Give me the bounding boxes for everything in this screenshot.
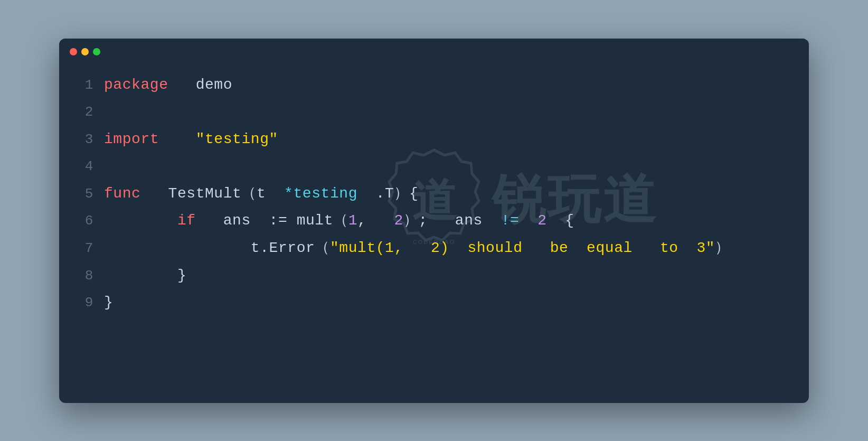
keyword-func: func — [104, 185, 140, 202]
line-number-9: 9 — [80, 291, 104, 314]
code-text: TestMult（t — [140, 185, 284, 202]
code-line-2: 2 — [80, 99, 788, 125]
code-asterisk: * — [284, 185, 293, 202]
number-2a: 2 — [394, 212, 403, 229]
minimize-button[interactable] — [81, 48, 89, 55]
keyword-package: package — [104, 77, 168, 93]
code-brace-close: } — [177, 267, 186, 284]
line-number-2: 2 — [80, 100, 104, 124]
code-brace-close-outer: } — [104, 294, 113, 311]
code-line-1: 1 package demo — [80, 72, 788, 98]
line-number-8: 8 — [80, 264, 104, 287]
string-testing: "testing" — [196, 131, 278, 147]
number-1: 1 — [348, 212, 357, 229]
line-content-1: package demo — [104, 72, 232, 98]
code-editor-window: 1 package demo 2 3 import "testing" 4 5 … — [59, 39, 809, 403]
line-content-7: t.Error（"mult(1, 2) should be equal to 3… — [104, 236, 730, 261]
code-line-5: 5 func TestMult（t *testing .T）{ — [80, 181, 788, 207]
code-dot: .Error（ — [260, 240, 330, 256]
line-content-6: if ans := mult（1, 2）; ans != 2 { — [104, 208, 574, 233]
maximize-button[interactable] — [93, 48, 100, 55]
code-testing: testing — [293, 185, 357, 202]
code-line-9: 9 } — [80, 290, 788, 315]
code-t: t — [251, 240, 260, 256]
code-text: ）; ans — [403, 212, 501, 229]
code-line-6: 6 if ans := mult（1, 2）; ans != 2 { — [80, 208, 788, 233]
keyword-import: import — [104, 131, 159, 147]
line-content-4 — [104, 154, 113, 179]
code-line-8: 8 } — [80, 263, 788, 288]
number-2b: 2 — [537, 212, 546, 229]
line-content-2 — [104, 99, 113, 125]
line-content-8: } — [104, 263, 186, 288]
code-text: ans := mult（ — [196, 212, 348, 229]
line-number-1: 1 — [80, 73, 104, 97]
line-number-7: 7 — [80, 237, 104, 260]
line-content-3: import "testing" — [104, 127, 278, 152]
line-number-3: 3 — [80, 128, 104, 151]
code-text — [159, 131, 195, 147]
code-text — [519, 212, 537, 229]
code-line-3: 3 import "testing" — [80, 127, 788, 152]
line-content-5: func TestMult（t *testing .T）{ — [104, 181, 418, 207]
code-line-4: 4 — [80, 154, 788, 179]
code-text: demo — [168, 77, 233, 93]
line-number-5: 5 — [80, 182, 104, 205]
op-neq: != — [501, 212, 520, 229]
code-paren: ） — [715, 240, 730, 256]
line-number-6: 6 — [80, 209, 104, 232]
code-area: 1 package demo 2 3 import "testing" 4 5 … — [59, 62, 809, 339]
line-content-9: } — [104, 290, 113, 315]
close-button[interactable] — [70, 48, 77, 55]
code-line-7: 7 t.Error（"mult(1, 2) should be equal to… — [80, 236, 788, 261]
titlebar — [59, 39, 809, 62]
line-number-4: 4 — [80, 155, 104, 178]
string-error-msg: "mult(1, 2) should be equal to 3" — [330, 240, 715, 256]
code-text: .T）{ — [357, 185, 418, 202]
code-text: , — [357, 212, 394, 229]
code-text: { — [547, 212, 574, 229]
keyword-if: if — [177, 212, 196, 229]
